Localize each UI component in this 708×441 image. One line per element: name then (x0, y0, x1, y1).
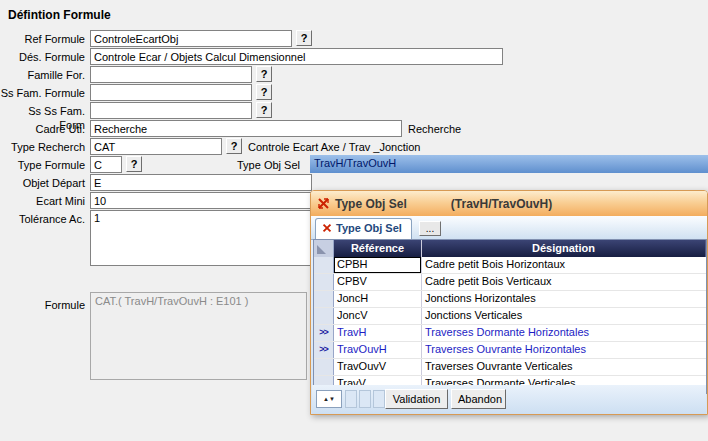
label-ref-formule: Ref Formule (0, 32, 85, 46)
tab-type-obj-sel[interactable]: Type Obj Sel (315, 218, 412, 239)
column-header-designation[interactable]: Désignation (422, 240, 706, 257)
column-header-reference[interactable]: Référence (334, 240, 422, 257)
cell-reference[interactable]: TravOuvH (334, 342, 422, 358)
type-recherch-input[interactable] (90, 138, 222, 155)
select-all-corner[interactable] (314, 240, 334, 257)
table-header-row: Référence Désignation (314, 240, 706, 257)
cell-designation[interactable]: Cadre petit Bois Verticaux (422, 274, 706, 290)
corner-triangle-icon (317, 245, 326, 254)
cell-reference[interactable]: TravH (334, 325, 422, 341)
popup-title: Type Obj Sel (335, 197, 407, 211)
row-marker (314, 291, 334, 307)
table-row[interactable]: >> TravH Traverses Dormante Horizontales (314, 325, 706, 342)
cell-designation[interactable]: Traverses Ouvrante Horizontales (422, 342, 706, 358)
cell-reference[interactable]: JoncH (334, 291, 422, 307)
red-axes-icon (317, 197, 330, 210)
type-formule-help-button[interactable]: ? (126, 156, 142, 172)
popup-subtitle: (TravH/TravOuvH) (451, 197, 552, 211)
label-ecart-mini: Ecart Mini (0, 194, 85, 208)
table-row[interactable]: CPBV Cadre petit Bois Verticaux (314, 274, 706, 291)
label-type-formule: Type Formule (0, 158, 85, 172)
row-marker (314, 359, 334, 375)
tab-label: Type Obj Sel (336, 222, 402, 234)
row-marker (314, 257, 334, 273)
label-famille-for: Famille For. (0, 68, 85, 82)
type-obj-table: Référence Désignation CPBH Cadre petit B… (313, 239, 707, 394)
table-row[interactable]: JoncH Jonctions Horizontales (314, 291, 706, 308)
ss-ss-fam-form-help-button[interactable]: ? (256, 102, 272, 118)
row-marker (314, 274, 334, 290)
famille-for-help-button[interactable]: ? (256, 66, 272, 82)
ss-fam-formule-help-button[interactable]: ? (256, 84, 272, 100)
table-row[interactable]: CPBH Cadre petit Bois Horizontaux (314, 257, 706, 274)
cell-designation[interactable]: Jonctions Horizontales (422, 291, 706, 307)
cell-designation[interactable]: Cadre petit Bois Horizontaux (422, 257, 706, 273)
label-objet-depart: Objet Départ (0, 176, 85, 190)
page-title: Défintion Formule (8, 8, 111, 22)
nav-placeholder-button[interactable] (359, 390, 371, 408)
famille-for-input[interactable] (90, 66, 252, 83)
type-obj-sel-field[interactable]: TravH/TravOuvH (310, 155, 708, 173)
cell-reference[interactable]: CPBV (334, 274, 422, 290)
type-obj-sel-window: Type Obj Sel (TravH/TravOuvH) Type Obj S… (310, 190, 708, 415)
label-des-formule: Dés. Formule (0, 50, 85, 64)
popup-titlebar[interactable]: Type Obj Sel (TravH/TravOuvH) (311, 191, 707, 216)
popup-tabbar: Type Obj Sel ... (311, 216, 707, 240)
nav-placeholder-button[interactable] (373, 390, 385, 408)
formule-display: CAT.( TravH/TravOuvH : E101 ) (90, 292, 307, 380)
cell-designation[interactable]: Traverses Ouvrante Verticales (422, 359, 706, 375)
label-cadre-uti: Cadre Uti. (0, 122, 85, 136)
table-row[interactable]: >> TravOuvH Traverses Ouvrante Horizonta… (314, 342, 706, 359)
row-marker: >> (314, 342, 334, 358)
ecart-mini-input[interactable] (90, 192, 312, 209)
cell-designation[interactable]: Jonctions Verticales (422, 308, 706, 324)
abandon-button[interactable]: Abandon (451, 389, 506, 409)
ss-ss-fam-form-input[interactable] (90, 102, 252, 119)
cadre-uti-input[interactable] (90, 120, 402, 137)
label-ss-fam-formule: Ss Fam. Formule (0, 86, 85, 100)
cadre-uti-note: Recherche (408, 122, 461, 136)
red-axes-icon-small (322, 223, 332, 233)
type-formule-input[interactable] (90, 156, 122, 173)
nav-down-icon: ▼ (329, 396, 335, 402)
ref-formule-input[interactable] (90, 30, 292, 47)
ref-formule-help-button[interactable]: ? (296, 30, 312, 46)
label-tolerance-ac: Tolérance Ac. (0, 212, 85, 226)
row-marker: >> (314, 325, 334, 341)
validation-button[interactable]: Validation (385, 389, 448, 409)
nav-placeholder-button[interactable] (345, 390, 357, 408)
cell-reference[interactable]: TravOuvV (334, 359, 422, 375)
objet-depart-input[interactable] (90, 174, 312, 191)
row-marker (314, 308, 334, 324)
popup-footer: ▲▼ Validation Abandon (312, 385, 706, 414)
record-navigator-button[interactable]: ▲▼ (316, 390, 342, 408)
type-recherch-note: Controle Ecart Axe / Trav _Jonction (248, 140, 420, 154)
table-row[interactable]: JoncV Jonctions Verticales (314, 308, 706, 325)
type-recherch-help-button[interactable]: ? (226, 138, 242, 154)
tolerance-ac-input[interactable]: 1 (90, 210, 312, 266)
ss-fam-formule-input[interactable] (90, 84, 252, 101)
cell-reference[interactable]: JoncV (334, 308, 422, 324)
cell-designation[interactable]: Traverses Dormante Horizontales (422, 325, 706, 341)
des-formule-input[interactable] (90, 48, 503, 65)
label-type-recherch: Type Recherch (0, 140, 85, 154)
table-row[interactable]: TravOuvV Traverses Ouvrante Verticales (314, 359, 706, 376)
type-obj-sel-label: Type Obj Sel (237, 158, 300, 172)
tab-more-button[interactable]: ... (419, 221, 441, 236)
label-formule: Formule (0, 298, 85, 312)
cell-reference[interactable]: CPBH (334, 257, 422, 273)
